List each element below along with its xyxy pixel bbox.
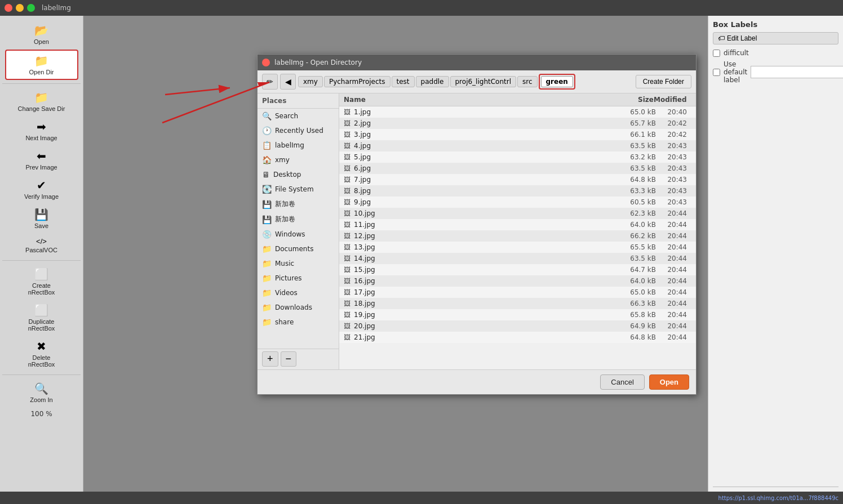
sidebar-item-save[interactable]: 💾 Save [5,204,78,233]
default-label-input[interactable] [751,66,843,78]
add-place-button[interactable]: + [262,351,278,367]
file-name: 3.jpg [354,131,616,139]
change-save-dir-icon: 📁 [34,91,48,104]
videos-icon: 📁 [262,288,272,297]
table-row[interactable]: 🖼 20.jpg 64.9 kB 20:44 [339,320,696,332]
minimize-button[interactable] [16,4,24,12]
edit-label-text: Edit Label [727,34,757,42]
sidebar-item-verify-image[interactable]: ✔ Verify Image [5,175,78,203]
table-row[interactable]: 🖼 16.jpg 64.0 kB 20:44 [339,275,696,287]
create-folder-button[interactable]: Create Folder [636,75,691,88]
sidebar-item-change-save-dir[interactable]: 📁 Change Save Dir [5,87,78,115]
places-item-labelimg[interactable]: 📋 labelImg [258,138,339,153]
sidebar-item-create-rect-box[interactable]: ⬜ Create nRectBox [5,264,78,299]
col-header-size[interactable]: Size [614,96,654,104]
sidebar-item-duplicate-rect-box[interactable]: ⬜ Duplicate nRectBox [5,300,78,335]
places-item-filesystem[interactable]: 💽 File System [258,182,339,197]
maximize-button[interactable] [27,4,35,12]
places-item-pictures[interactable]: 📁 Pictures [258,271,339,286]
places-item-xinjuan1[interactable]: 💾 新加卷 [258,197,339,212]
table-row[interactable]: 🖼 14.jpg 63.5 kB 20:44 [339,253,696,264]
places-item-search[interactable]: 🔍 Search [258,109,339,123]
sidebar-item-next-image[interactable]: ➡ Next Image [5,117,78,145]
cancel-button[interactable]: Cancel [600,374,644,390]
difficult-checkbox[interactable] [713,50,720,57]
sidebar-item-delete-rect-box[interactable]: ✖ Delete nRectBox [5,336,78,371]
table-row[interactable]: 🖼 10.jpg 62.3 kB 20:44 [339,208,696,219]
app-title: labelImg [42,4,71,12]
col-header-name[interactable]: Name [344,96,614,104]
file-size: 63.2 kB [616,153,656,161]
edit-path-button[interactable]: ✏ [262,74,278,90]
breadcrumb-green[interactable]: green [541,76,573,87]
dialog-toolbar: ✏ ◀ xmy PycharmProjects test paddle proj… [258,70,696,93]
file-icon: 🖼 [344,333,350,341]
open-directory-dialog: labelImg - Open Directory ✏ ◀ xmy Pychar… [257,54,696,395]
sidebar-item-open-dir[interactable]: 📁 Open Dir [5,50,78,80]
places-item-music[interactable]: 📁 Music [258,256,339,271]
table-row[interactable]: 🖼 18.jpg 66.3 kB 20:44 [339,298,696,309]
file-size: 66.1 kB [616,131,656,139]
music-icon: 📁 [262,259,272,268]
file-icon: 🖼 [344,311,350,319]
places-label-recently-used: Recently Used [275,127,323,135]
sidebar-item-zoom-in[interactable]: 🔍 Zoom In [5,378,78,407]
close-button[interactable] [5,4,12,12]
sidebar-item-pascal-voc[interactable]: </> PascalVOC [5,234,78,257]
sidebar-item-prev-image[interactable]: ⬅ Prev Image [5,146,78,174]
dialog-close-button[interactable] [262,59,270,66]
places-item-xmy[interactable]: 🏠 xmy [258,153,339,167]
file-size: 63.5 kB [616,164,656,172]
table-row[interactable]: 🖼 8.jpg 63.3 kB 20:43 [339,185,696,197]
file-modified: 20:44 [656,243,687,251]
sidebar-label-open: Open [34,38,49,45]
edit-label-button[interactable]: 🏷 Edit Label [713,32,838,44]
open-button[interactable]: Open [649,374,689,390]
table-row[interactable]: 🖼 4.jpg 63.5 kB 20:43 [339,140,696,151]
use-default-label-row: Use default label [713,60,838,84]
breadcrumb-src[interactable]: src [517,76,538,87]
places-item-windows[interactable]: 💿 Windows [258,227,339,242]
sidebar-item-open[interactable]: 📂 Open [5,20,78,48]
file-icon: 🖼 [344,198,350,206]
table-row[interactable]: 🖼 15.jpg 64.7 kB 20:44 [339,264,696,275]
table-row[interactable]: 🖼 21.jpg 64.8 kB 20:44 [339,332,696,343]
col-header-modified[interactable]: Modified [654,96,685,104]
breadcrumb-proj6[interactable]: proj6_lightContrl [450,76,517,87]
table-row[interactable]: 🖼 12.jpg 66.2 kB 20:44 [339,230,696,242]
breadcrumb-paddle[interactable]: paddle [416,76,449,87]
table-row[interactable]: 🖼 17.jpg 65.0 kB 20:44 [339,287,696,298]
breadcrumb-test[interactable]: test [392,76,415,87]
places-label-xinjuan1: 新加卷 [275,199,295,209]
table-row[interactable]: 🖼 1.jpg 65.0 kB 20:40 [339,106,696,118]
status-url: https://p1.ssl.qhimg.com/t01a...7f888449… [718,495,838,501]
breadcrumb-pycharmprojects[interactable]: PycharmProjects [324,76,391,87]
table-row[interactable]: 🖼 5.jpg 63.2 kB 20:43 [339,151,696,163]
remove-place-button[interactable]: − [281,351,297,367]
file-modified: 20:44 [656,311,687,319]
table-row[interactable]: 🖼 2.jpg 65.7 kB 20:42 [339,118,696,129]
breadcrumb-highlight-box: green [539,74,575,90]
places-item-videos[interactable]: 📁 Videos [258,286,339,300]
file-icon: 🖼 [344,164,350,172]
places-item-xinjuan2[interactable]: 💾 新加卷 [258,212,339,227]
places-item-share[interactable]: 📁 share [258,315,339,329]
table-row[interactable]: 🖼 3.jpg 66.1 kB 20:42 [339,129,696,140]
table-row[interactable]: 🖼 9.jpg 60.5 kB 20:43 [339,197,696,208]
places-item-documents[interactable]: 📁 Documents [258,242,339,256]
use-default-label-checkbox[interactable] [713,69,720,76]
dialog-body: Places 🔍 Search 🕐 Recently Used 📋 labelI… [258,93,696,369]
places-item-downloads[interactable]: 📁 Downloads [258,300,339,315]
breadcrumb-xmy[interactable]: xmy [298,76,323,87]
table-row[interactable]: 🖼 19.jpg 65.8 kB 20:44 [339,309,696,320]
places-item-desktop[interactable]: 🖥 Desktop [258,167,339,182]
table-row[interactable]: 🖼 7.jpg 64.8 kB 20:43 [339,174,696,185]
table-row[interactable]: 🖼 13.jpg 65.5 kB 20:44 [339,242,696,253]
table-row[interactable]: 🖼 11.jpg 64.0 kB 20:44 [339,219,696,230]
places-label-labelimg: labelImg [275,141,304,149]
table-row[interactable]: 🖼 6.jpg 63.5 kB 20:43 [339,163,696,174]
labelimg-icon: 📋 [262,141,272,150]
file-modified: 20:43 [656,198,687,206]
back-button[interactable]: ◀ [280,74,296,90]
places-item-recently-used[interactable]: 🕐 Recently Used [258,123,339,138]
